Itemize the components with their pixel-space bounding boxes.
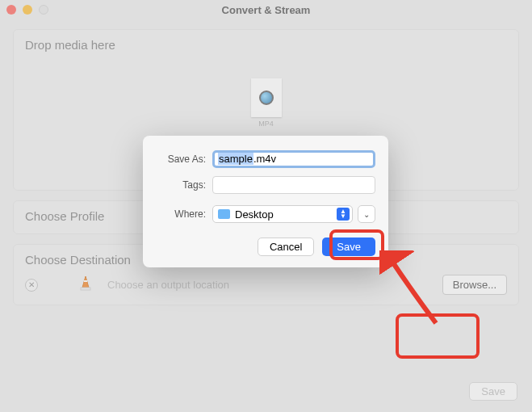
svg-rect-2 [84,280,87,282]
filename-extension: .m4v [253,153,276,165]
browse-button[interactable]: Browse... [442,275,507,295]
titlebar: Convert & Stream [0,0,532,19]
tags-label: Tags: [156,179,206,191]
annotation-highlight-browse [396,313,480,359]
where-select[interactable]: Desktop ▲▼ [212,205,353,223]
cancel-button[interactable]: Cancel [258,238,314,256]
where-label: Where: [156,208,206,220]
vlc-cone-icon [78,275,93,295]
chevron-down-icon: ⌄ [363,210,370,219]
tags-input[interactable] [212,176,375,194]
quicktime-icon [251,78,282,117]
media-file-ext: MP4 [248,120,285,128]
where-value: Desktop [235,208,274,221]
expand-button[interactable]: ⌄ [358,205,375,223]
save-as-input[interactable]: sample.m4v [212,150,375,168]
svg-rect-1 [81,288,90,290]
drop-media-title: Drop media here [25,38,507,52]
destination-placeholder: Choose an output location [107,279,229,291]
window-title: Convert & Stream [0,4,532,16]
folder-icon [218,209,230,219]
main-save-button[interactable]: Save [469,382,517,401]
filename-selection: sample [218,153,253,165]
clear-destination-button[interactable]: ✕ [25,279,38,292]
save-as-label: Save As: [156,153,206,165]
save-button[interactable]: Save [322,238,375,256]
media-file[interactable]: MP4 [248,78,285,128]
save-dialog: Save As: sample.m4v Tags: Where: Desktop… [143,136,388,267]
destination-row: ✕ Choose an output location Browse... [25,275,507,295]
updown-icon: ▲▼ [337,208,350,221]
